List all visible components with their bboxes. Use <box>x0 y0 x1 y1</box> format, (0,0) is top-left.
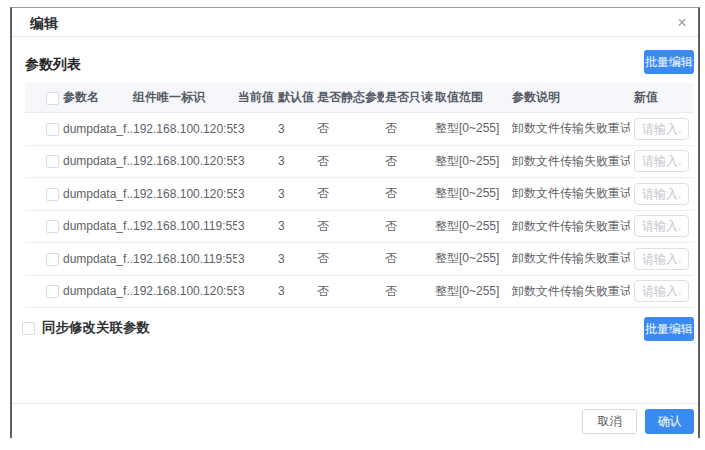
column-header-new-value: 新值 <box>630 89 694 106</box>
cell-is-readonly: 否 <box>384 120 434 137</box>
table-row: dumpdata_f... 192.168.100.120:5503 3 3 否… <box>25 178 694 211</box>
cell-new-value <box>630 215 694 237</box>
cell-current: 3 <box>237 284 277 298</box>
table-body: dumpdata_f... 192.168.100.120:5501 3 3 否… <box>25 113 694 308</box>
cell-is-readonly: 否 <box>384 153 434 170</box>
column-header-current: 当前值 <box>237 89 277 106</box>
sync-label: 同步修改关联参数 <box>42 319 150 337</box>
new-value-input[interactable] <box>634 150 689 172</box>
cell-name: dumpdata_f... <box>62 219 132 233</box>
header-divider <box>12 36 698 37</box>
sync-checkbox[interactable] <box>22 322 35 335</box>
cell-is-static: 否 <box>316 250 384 267</box>
cell-is-static: 否 <box>316 218 384 235</box>
row-checkbox[interactable] <box>46 155 59 168</box>
sync-batch-edit-button[interactable]: 批量编辑 <box>644 317 694 341</box>
cell-current: 3 <box>237 187 277 201</box>
cell-description: 卸数文件传输失败重试... <box>511 218 630 235</box>
cell-uid: 192.168.100.120:5501 <box>132 122 237 136</box>
edit-dialog: 编辑 × 参数列表 批量编辑 参数名 组件唯一标识 当前值 默认值 是否静态参数… <box>10 7 700 438</box>
new-value-input[interactable] <box>634 280 689 302</box>
cell-new-value <box>630 183 694 205</box>
row-select-cell <box>25 187 62 201</box>
column-header-description: 参数说明 <box>511 89 630 106</box>
parameter-table: 参数名 组件唯一标识 当前值 默认值 是否静态参数 是否只读 取值范围 参数说明… <box>25 83 694 308</box>
row-select-cell <box>25 154 62 168</box>
table-header-row: 参数名 组件唯一标识 当前值 默认值 是否静态参数 是否只读 取值范围 参数说明… <box>25 83 694 113</box>
cell-uid: 192.168.100.120:5503 <box>132 187 237 201</box>
cell-description: 卸数文件传输失败重试... <box>511 250 630 267</box>
new-value-input[interactable] <box>634 215 689 237</box>
column-header-is-readonly: 是否只读 <box>384 89 434 106</box>
cell-default: 3 <box>277 122 316 136</box>
cell-description: 卸数文件传输失败重试... <box>511 153 630 170</box>
cell-new-value <box>630 150 694 172</box>
table-row: dumpdata_f... 192.168.100.120:5502 3 3 否… <box>25 146 694 179</box>
cell-default: 3 <box>277 219 316 233</box>
row-select-cell <box>25 252 62 266</box>
cell-default: 3 <box>277 284 316 298</box>
row-select-cell <box>25 219 62 233</box>
cell-current: 3 <box>237 122 277 136</box>
column-header-range: 取值范围 <box>434 89 511 106</box>
sync-modify-row: 同步修改关联参数 <box>22 319 150 337</box>
cell-range: 整型[0~255] <box>434 283 511 300</box>
row-checkbox[interactable] <box>46 253 59 266</box>
cell-range: 整型[0~255] <box>434 218 511 235</box>
row-select-cell <box>25 284 62 298</box>
cell-is-readonly: 否 <box>384 218 434 235</box>
cell-current: 3 <box>237 219 277 233</box>
cell-is-readonly: 否 <box>384 283 434 300</box>
cell-current: 3 <box>237 154 277 168</box>
table-row: dumpdata_f... 192.168.100.119:5502 3 3 否… <box>25 211 694 244</box>
column-header-name: 参数名 <box>62 89 132 106</box>
column-header-default: 默认值 <box>277 89 316 106</box>
cell-name: dumpdata_f... <box>62 122 132 136</box>
cell-is-static: 否 <box>316 153 384 170</box>
cell-new-value <box>630 248 694 270</box>
cell-range: 整型[0~255] <box>434 185 511 202</box>
new-value-input[interactable] <box>634 118 689 140</box>
cell-new-value <box>630 118 694 140</box>
cell-is-static: 否 <box>316 185 384 202</box>
cell-range: 整型[0~255] <box>434 153 511 170</box>
confirm-button[interactable]: 确认 <box>645 409 694 434</box>
cell-is-readonly: 否 <box>384 250 434 267</box>
new-value-input[interactable] <box>634 248 689 270</box>
cell-name: dumpdata_f... <box>62 187 132 201</box>
cell-range: 整型[0~255] <box>434 120 511 137</box>
row-select-cell <box>25 122 62 136</box>
cell-new-value <box>630 280 694 302</box>
row-checkbox[interactable] <box>46 285 59 298</box>
cell-uid: 192.168.100.119:5501 <box>132 252 237 266</box>
row-checkbox[interactable] <box>46 188 59 201</box>
cell-default: 3 <box>277 252 316 266</box>
dialog-title: 编辑 <box>30 15 58 31</box>
new-value-input[interactable] <box>634 183 689 205</box>
cell-default: 3 <box>277 154 316 168</box>
cell-uid: 192.168.100.120:5502 <box>132 154 237 168</box>
cell-default: 3 <box>277 187 316 201</box>
batch-edit-button[interactable]: 批量编辑 <box>644 50 694 74</box>
cell-current: 3 <box>237 252 277 266</box>
cell-is-static: 否 <box>316 283 384 300</box>
row-checkbox[interactable] <box>46 123 59 136</box>
select-all-checkbox[interactable] <box>46 92 59 105</box>
cell-name: dumpdata_f... <box>62 154 132 168</box>
cell-name: dumpdata_f... <box>62 284 132 298</box>
column-header-uid: 组件唯一标识 <box>132 89 237 106</box>
cell-is-static: 否 <box>316 120 384 137</box>
cell-description: 卸数文件传输失败重试... <box>511 185 630 202</box>
cell-is-readonly: 否 <box>384 185 434 202</box>
cell-description: 卸数文件传输失败重试... <box>511 120 630 137</box>
cancel-button[interactable]: 取消 <box>582 409 637 434</box>
table-row: dumpdata_f... 192.168.100.120:5504 3 3 否… <box>25 276 694 309</box>
table-row: dumpdata_f... 192.168.100.119:5501 3 3 否… <box>25 243 694 276</box>
close-icon[interactable]: × <box>671 12 693 34</box>
footer-divider <box>12 403 698 404</box>
row-checkbox[interactable] <box>46 220 59 233</box>
cell-range: 整型[0~255] <box>434 250 511 267</box>
cell-uid: 192.168.100.119:5502 <box>132 219 237 233</box>
cell-uid: 192.168.100.120:5504 <box>132 284 237 298</box>
select-all-cell <box>25 90 62 104</box>
